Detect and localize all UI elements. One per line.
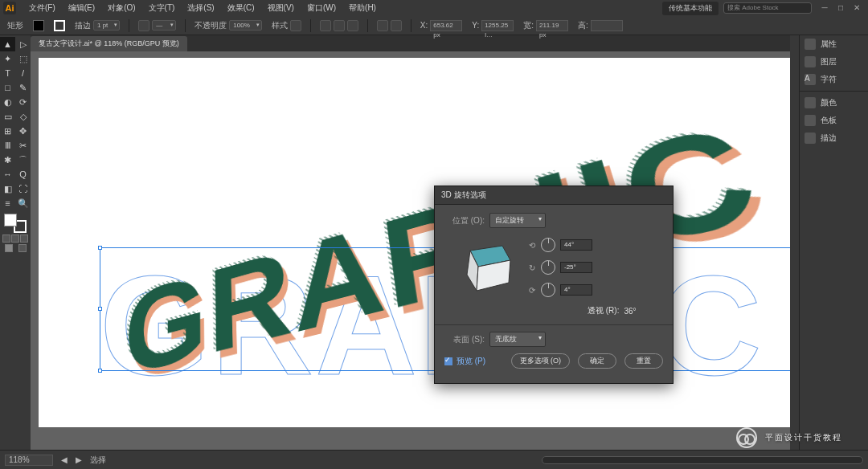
brush-def-icon[interactable] xyxy=(138,20,149,31)
w-field[interactable]: 211.19 px xyxy=(536,20,568,31)
tool-gradient[interactable]: ✱ xyxy=(0,153,15,167)
swatches-icon xyxy=(805,115,816,126)
stroke-weight-dropdown[interactable]: 1 pt xyxy=(93,20,120,31)
search-input[interactable]: 搜索 Adobe Stock xyxy=(723,2,812,14)
tool-width[interactable]: ◇ xyxy=(15,109,31,124)
window-maximize-icon[interactable]: □ xyxy=(836,3,845,13)
tool-line[interactable]: / xyxy=(15,66,31,80)
h-field[interactable] xyxy=(591,20,623,31)
toolbox: ▲▷ ✦⬚ T/ □✎ ◐⟳ ▭◇ ⊞✥ Ⅲ✂ ✱⌒ ↔Q ◧⛶ ≡🔍 xyxy=(0,35,31,450)
horizontal-scrollbar[interactable] xyxy=(542,456,863,464)
rotation-cube-preview[interactable] xyxy=(452,234,517,299)
ok-button[interactable]: 确定 xyxy=(578,353,616,369)
tool-hand[interactable]: ≡ xyxy=(0,196,15,210)
control-bar: 矩形 描边 1 pt — 不透明度 100% 样式 X:653.62 px Y:… xyxy=(0,16,868,35)
tool-slice[interactable]: ⛶ xyxy=(15,181,31,196)
tool-blend[interactable]: ↔ xyxy=(0,167,15,181)
menu-file[interactable]: 文件(F) xyxy=(23,2,62,14)
tool-rotate[interactable]: ◐ xyxy=(0,95,15,109)
menu-edit[interactable]: 编辑(E) xyxy=(62,2,101,14)
position-dropdown[interactable]: 自定旋转 xyxy=(489,213,546,228)
stroke-swatch[interactable] xyxy=(54,20,65,31)
checkbox-icon xyxy=(444,357,452,365)
perspective-label: 透视 (R): xyxy=(588,305,619,316)
x-field[interactable]: 653.62 px xyxy=(430,20,462,31)
fill-swatch[interactable] xyxy=(33,20,44,31)
screen-mode-row[interactable] xyxy=(2,244,29,252)
status-nav-prev-icon[interactable]: ◀ xyxy=(61,455,68,464)
tool-type[interactable]: T xyxy=(0,66,15,80)
perspective-field[interactable]: 36° xyxy=(624,307,636,316)
rotate-y-field[interactable]: -25° xyxy=(560,262,592,273)
app-logo-icon: Ai xyxy=(3,2,16,14)
tool-mesh[interactable]: ✂ xyxy=(15,138,31,153)
status-nav-next-icon[interactable]: ▶ xyxy=(76,455,82,464)
tool-zoom[interactable]: 🔍 xyxy=(15,196,31,210)
dialog-title[interactable]: 3D 旋转选项 xyxy=(435,186,673,205)
tool-free-transform[interactable]: ⊞ xyxy=(0,124,15,138)
panel-color[interactable]: 颜色 xyxy=(800,94,868,112)
more-options-button[interactable]: 更多选项 (O) xyxy=(511,353,571,369)
reset-button[interactable]: 重置 xyxy=(624,353,663,369)
panel-layers[interactable]: 图层 xyxy=(800,53,868,71)
rotate-y-dial[interactable] xyxy=(541,260,555,275)
tool-shape-builder[interactable]: ✥ xyxy=(15,124,31,138)
menu-object[interactable]: 对象(O) xyxy=(101,2,141,14)
zoom-field[interactable]: 118% xyxy=(5,455,53,466)
right-panel-dock: 属性 图层 A字符 颜色 色板 描边 xyxy=(799,35,868,450)
tool-direct-select[interactable]: ▷ xyxy=(15,37,31,51)
align-right-icon[interactable] xyxy=(347,20,358,31)
wechat-icon xyxy=(736,427,757,448)
tool-perspective[interactable]: Ⅲ xyxy=(0,138,15,153)
tool-selection[interactable]: ▲ xyxy=(0,37,15,51)
brush-dropdown[interactable]: — xyxy=(152,20,176,31)
panel-properties[interactable]: 属性 xyxy=(800,35,868,53)
menu-view[interactable]: 视图(V) xyxy=(261,2,301,14)
menu-select[interactable]: 选择(S) xyxy=(181,2,220,14)
style-label: 样式 xyxy=(272,20,288,31)
window-minimize-icon[interactable]: ─ xyxy=(820,3,829,13)
document-tab[interactable]: 复古文字设计.ai* @ 118% (RGB/GPU 预览) xyxy=(31,36,187,51)
tool-scale[interactable]: ▭ xyxy=(0,109,15,124)
menu-effect[interactable]: 效果(C) xyxy=(221,2,261,14)
preview-checkbox[interactable]: 预览 (P) xyxy=(444,356,485,367)
status-bar: 118% ◀ ▶ 选择 xyxy=(0,450,868,469)
surface-label: 表面 (S): xyxy=(444,334,485,345)
stroke-label: 描边 xyxy=(75,20,91,31)
color-mode-row[interactable] xyxy=(2,234,29,243)
window-close-icon[interactable]: ✕ xyxy=(852,3,862,13)
rotate-x-field[interactable]: 44° xyxy=(560,239,592,251)
tool-magic-wand[interactable]: ✦ xyxy=(0,51,15,66)
tool-eyedropper[interactable]: ⌒ xyxy=(15,153,31,167)
shape-mode-icon[interactable] xyxy=(377,20,388,31)
axis-x-icon: ⟲ xyxy=(528,241,536,250)
tool-rectangle[interactable]: □ xyxy=(0,80,15,95)
tool-lasso[interactable]: ⬚ xyxy=(15,51,31,66)
menu-window[interactable]: 窗口(W) xyxy=(301,2,342,14)
y-field[interactable]: 1255.25 l… xyxy=(481,20,514,31)
tool-artboard[interactable]: ◧ xyxy=(0,181,15,196)
opacity-dropdown[interactable]: 100% xyxy=(229,20,261,31)
artboard[interactable]: GRAPHIC GRAPHIC GRAPHIC GRAPHIC xyxy=(39,58,791,427)
align-left-icon[interactable] xyxy=(320,20,331,31)
fill-stroke-swatch[interactable] xyxy=(4,214,27,233)
style-swatch[interactable] xyxy=(290,20,301,31)
workspace-switcher[interactable]: 传统基本功能 xyxy=(662,2,719,15)
surface-dropdown[interactable]: 无底纹 xyxy=(489,332,546,347)
panel-collapse-strip[interactable] xyxy=(790,35,800,450)
pathfinder-icon[interactable] xyxy=(391,20,402,31)
position-label: 位置 (O): xyxy=(444,215,485,226)
panel-stroke[interactable]: 描边 xyxy=(800,129,868,147)
rotate-x-dial[interactable] xyxy=(541,238,555,252)
tool-pencil[interactable]: ✎ xyxy=(15,80,31,95)
rotate-z-field[interactable]: 4° xyxy=(560,284,592,296)
align-center-icon[interactable] xyxy=(334,20,345,31)
panel-type[interactable]: A字符 xyxy=(800,71,868,88)
menu-type[interactable]: 文字(T) xyxy=(142,2,182,14)
tool-symbol[interactable]: Q xyxy=(15,167,31,181)
menu-help[interactable]: 帮助(H) xyxy=(342,2,383,14)
panel-swatches[interactable]: 色板 xyxy=(800,112,868,129)
rotate-z-dial[interactable] xyxy=(541,283,555,297)
properties-icon xyxy=(805,39,816,50)
tool-reflect[interactable]: ⟳ xyxy=(15,95,31,109)
